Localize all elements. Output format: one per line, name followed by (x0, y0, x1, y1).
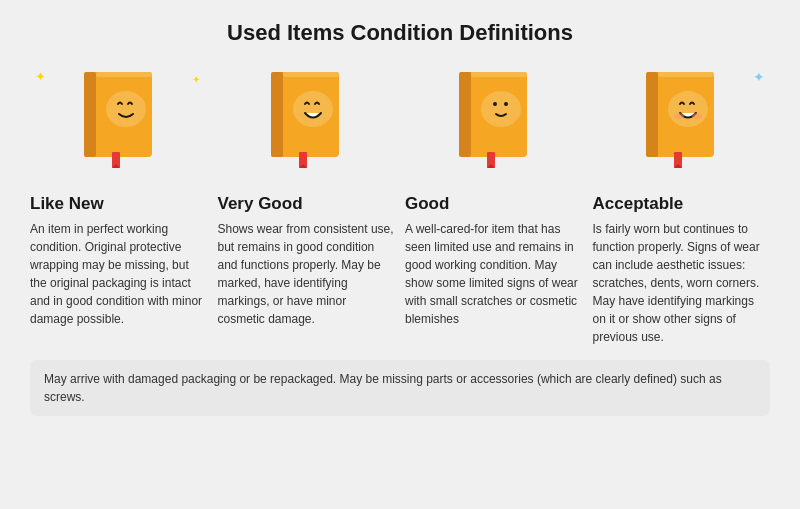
card-acceptable-title: Acceptable (593, 194, 684, 214)
svg-point-25 (692, 113, 702, 119)
footer-note: May arrive with damaged packaging or be … (30, 360, 770, 416)
page-title: Used Items Condition Definitions (227, 20, 573, 46)
card-like-new-text: An item in perfect working condition. Or… (30, 220, 208, 328)
card-like-new: ✦ ✦ Like New An (30, 64, 208, 346)
card-very-good-title: Very Good (218, 194, 303, 214)
svg-rect-22 (658, 72, 714, 77)
svg-rect-7 (271, 72, 283, 157)
svg-point-9 (293, 91, 333, 127)
card-acceptable-text: Is fairly worn but continues to function… (593, 220, 771, 346)
sparkle-2: ✦ (192, 74, 200, 85)
svg-point-15 (481, 91, 521, 127)
cards-row: ✦ ✦ Like New An (30, 64, 770, 346)
sparkle-1: ✦ (35, 69, 46, 84)
card-very-good: Very Good Shows wear from consistent use… (218, 64, 396, 346)
book-svg-very-good (261, 64, 351, 174)
card-good-text: A well-cared-for item that has seen limi… (405, 220, 583, 328)
book-svg-good (449, 64, 539, 174)
svg-rect-1 (84, 72, 96, 157)
card-acceptable: ✦ Acceptable Is fairly worn but contin (593, 64, 771, 346)
book-acceptable-container: ✦ (593, 64, 771, 184)
svg-point-3 (106, 91, 146, 127)
book-svg-like-new (74, 64, 164, 174)
svg-point-24 (674, 113, 684, 119)
book-very-good-container (218, 64, 396, 184)
svg-point-23 (668, 91, 708, 127)
svg-rect-2 (96, 72, 152, 77)
svg-point-16 (493, 102, 497, 106)
book-like-new-container: ✦ ✦ (30, 64, 208, 184)
card-very-good-text: Shows wear from consistent use, but rema… (218, 220, 396, 328)
card-like-new-title: Like New (30, 194, 104, 214)
card-good: Good A well-cared-for item that has seen… (405, 64, 583, 346)
svg-rect-21 (646, 72, 658, 157)
svg-point-17 (504, 102, 508, 106)
svg-rect-13 (459, 72, 471, 157)
sparkle-blue: ✦ (753, 69, 765, 85)
svg-rect-14 (471, 72, 527, 77)
book-svg-acceptable (636, 64, 726, 174)
svg-rect-8 (283, 72, 339, 77)
card-good-title: Good (405, 194, 449, 214)
book-good-container (405, 64, 583, 184)
